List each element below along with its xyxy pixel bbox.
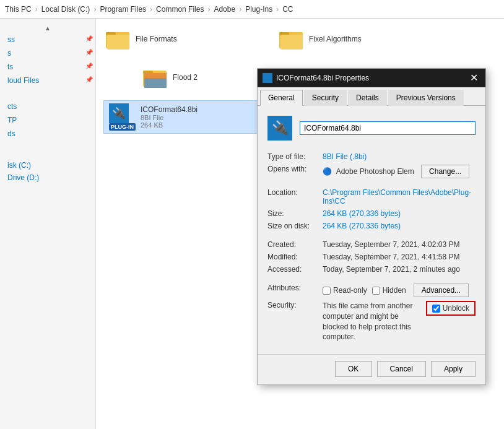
selected-file-row[interactable]: 🔌 PLUG-IN ICOFormat64.8bi 8BI File 264 K… [103, 100, 264, 134]
attributes-row: Read-only Hidden Advanced... [323, 284, 476, 297]
properties-table: Type of file: 8BI File (.8bi) Opens with… [267, 150, 476, 344]
prop-row-opens: Opens with: 🔵 Adobe Photoshop Elem Chang… [267, 163, 476, 180]
advanced-button[interactable]: Advanced... [414, 284, 469, 297]
breadcrumb-plug-ins[interactable]: Plug-Ins [245, 5, 272, 14]
dialog-title-icon [263, 73, 272, 83]
prop-row-created: Created: Tuesday, September 7, 2021, 4:0… [267, 238, 476, 251]
sidebar: ▲ ss 📌 s 📌 ts 📌 loud Files 📌 cts TP ds i… [0, 19, 96, 429]
type-label: Type of file: [267, 150, 320, 163]
breadcrumb-this-pc[interactable]: This PC [5, 5, 32, 14]
created-value: Tuesday, September 7, 2021, 4:02:03 PM [320, 238, 476, 251]
prop-row-size: Size: 264 KB (270,336 bytes) [267, 207, 476, 220]
dialog-footer: OK Cancel Apply [258, 354, 485, 384]
dialog-tabs: General Security Details Previous Versio… [258, 87, 485, 106]
prop-row-security: Security: This file came from another co… [267, 299, 476, 344]
dialog-file-header: 🔌 [267, 116, 476, 141]
hidden-checkbox-label[interactable]: Hidden [372, 286, 406, 295]
sidebar-item-cloud[interactable]: loud Files [0, 74, 95, 87]
folder-name-file-formats: File Formats [136, 35, 177, 43]
opens-value: 🔵 Adobe Photoshop Elem Change... [320, 163, 476, 180]
prop-row-size-disk: Size on disk: 264 KB (270,336 bytes) [267, 220, 476, 232]
dialog-body: 🔌 Type of file: 8BI File (.8bi) Opens wi… [258, 106, 485, 354]
sidebar-item-local-disk-c[interactable]: isk (C:) [0, 159, 95, 171]
folder-icon [279, 28, 304, 50]
sidebar-item-tp[interactable]: TP [0, 113, 95, 127]
apply-button[interactable]: Apply [431, 361, 476, 377]
folder-item-file-formats[interactable]: File Formats [103, 26, 227, 52]
dialog-titlebar: ICOFormat64.8bi Properties ✕ [258, 69, 485, 87]
size-value: 264 KB (270,336 bytes) [320, 207, 476, 220]
folder-icon [106, 28, 131, 50]
breadcrumb-local-disk[interactable]: Local Disk (C:) [41, 5, 90, 14]
tab-previous-versions[interactable]: Previous Versions [388, 90, 464, 106]
selected-file-name: ICOFormat64.8bi [141, 105, 198, 114]
file-icon-plugin: 🔌 [109, 103, 129, 123]
readonly-checkbox[interactable] [323, 287, 331, 295]
unblock-box: Unblock [426, 301, 476, 316]
breadcrumb-cc[interactable]: CC [282, 5, 293, 14]
prop-row-location: Location: C:\Program Files\Common Files\… [267, 186, 476, 207]
breadcrumb-adobe[interactable]: Adobe [214, 5, 235, 14]
svg-rect-5 [280, 35, 303, 50]
plugin-badge: PLUG-IN [109, 123, 136, 131]
sidebar-scroll-up[interactable]: ▲ [0, 24, 95, 33]
opens-label: Opens with: [267, 163, 320, 180]
tab-details[interactable]: Details [348, 90, 387, 106]
prop-row-modified: Modified: Tuesday, September 7, 2021, 4:… [267, 251, 476, 263]
folder-item-fixel-algorithms[interactable]: Fixel Algorithms [277, 26, 401, 52]
opens-app-icon: 🔵 [323, 167, 332, 176]
up-arrow-icon: ▲ [45, 25, 51, 32]
selected-file-size: 264 KB [141, 121, 198, 129]
readonly-label: Read-only [333, 286, 367, 295]
prop-row-type: Type of file: 8BI File (.8bi) [267, 150, 476, 163]
security-value: This file came from another computer and… [320, 299, 476, 344]
location-value: C:\Program Files\Common Files\Adobe\Plug… [320, 186, 476, 207]
size-disk-label: Size on disk: [267, 220, 320, 232]
svg-rect-2 [107, 35, 129, 50]
address-bar: This PC › Local Disk (C:) › Program File… [0, 0, 504, 19]
security-row: This file came from another computer and… [323, 301, 476, 342]
file-name-input[interactable] [300, 121, 476, 135]
pin-icon: 📌 [85, 49, 93, 56]
folder-name-flood2: Flood 2 [173, 73, 198, 82]
dialog-title: ICOFormat64.8bi Properties [263, 73, 369, 83]
readonly-checkbox-label[interactable]: Read-only [323, 286, 367, 295]
type-value: 8BI File (.8bi) [320, 150, 476, 163]
opens-app-name: Adobe Photoshop Elem [336, 167, 414, 176]
hidden-label: Hidden [383, 286, 406, 295]
svg-rect-11 [144, 73, 167, 79]
properties-dialog: ICOFormat64.8bi Properties ✕ General Sec… [257, 68, 486, 385]
breadcrumb-program-files[interactable]: Program Files [100, 5, 146, 14]
location-label: Location: [267, 186, 320, 207]
sidebar-item-cts[interactable]: cts [0, 100, 95, 113]
sidebar-item-ds[interactable]: ds [0, 127, 95, 141]
selected-file-type: 8BI File [141, 114, 198, 121]
attributes-label: Attributes: [267, 282, 320, 299]
sidebar-item-drive-d[interactable]: Drive (D:) [0, 171, 95, 184]
size-disk-value: 264 KB (270,336 bytes) [320, 220, 476, 232]
tab-general[interactable]: General [260, 90, 303, 106]
ok-button[interactable]: OK [335, 361, 372, 377]
cancel-button[interactable]: Cancel [377, 361, 426, 377]
sidebar-item-ts[interactable]: ts [0, 60, 95, 74]
accessed-value: Today, September 7, 2021, 2 minutes ago [320, 263, 476, 275]
dialog-close-button[interactable]: ✕ [467, 73, 480, 83]
dialog-file-icon: 🔌 [267, 116, 292, 141]
change-button[interactable]: Change... [421, 165, 469, 178]
hidden-checkbox[interactable] [372, 287, 380, 295]
accessed-label: Accessed: [267, 263, 320, 275]
pin-icon: 📌 [85, 63, 93, 69]
folder-icon-flood [143, 67, 168, 88]
sidebar-item-ss[interactable]: ss [0, 33, 95, 46]
sidebar-item-s[interactable]: s [0, 46, 95, 60]
created-label: Created: [267, 238, 320, 251]
security-text: This file came from another computer and… [323, 301, 421, 342]
breadcrumb-common-files[interactable]: Common Files [156, 5, 204, 14]
plugin-icon: 🔌 [272, 120, 289, 136]
folder-item-flood2[interactable]: Flood 2 [141, 64, 264, 90]
security-label: Security: [267, 299, 320, 344]
unblock-checkbox[interactable] [432, 305, 440, 313]
prop-row-attributes: Attributes: Read-only Hidden Advance [267, 282, 476, 299]
pin-icon: 📌 [85, 35, 93, 42]
tab-security[interactable]: Security [304, 90, 347, 106]
